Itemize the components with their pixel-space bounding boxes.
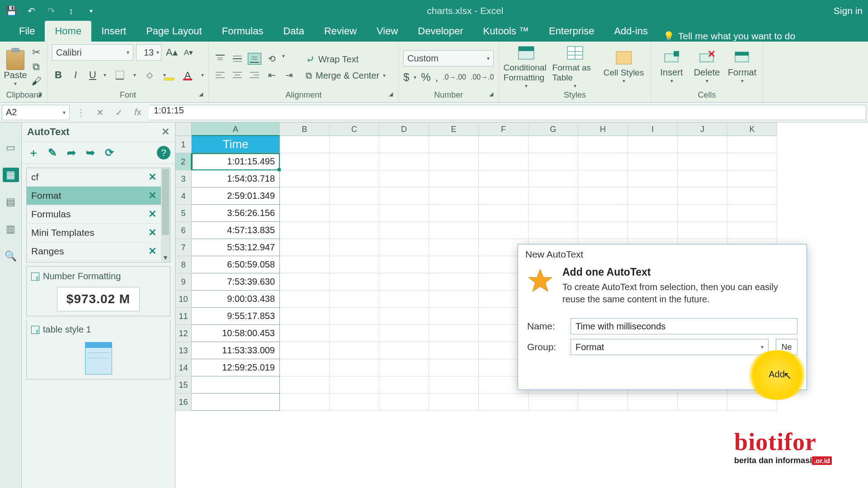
decrease-font-icon[interactable]: A▾ <box>182 48 195 57</box>
cell[interactable] <box>429 291 479 308</box>
cell[interactable] <box>727 222 777 239</box>
row-header[interactable]: 10 <box>175 291 192 308</box>
fill-color-button[interactable]: ◇ <box>141 69 159 81</box>
nav-tab-autotext-icon[interactable]: ▦ <box>3 168 19 182</box>
cell[interactable] <box>330 170 379 188</box>
column-header[interactable]: H <box>578 122 628 136</box>
cell[interactable] <box>727 170 777 188</box>
column-header[interactable]: B <box>280 122 330 136</box>
cell[interactable]: 5:53:12.947 <box>192 239 280 256</box>
cell[interactable] <box>429 153 479 170</box>
help-icon[interactable]: ? <box>157 146 170 160</box>
align-left-icon[interactable] <box>213 69 227 81</box>
nav-tab-find-icon[interactable]: 🔍 <box>3 249 19 263</box>
cell[interactable] <box>678 205 727 222</box>
cell[interactable] <box>429 136 479 153</box>
cell[interactable] <box>192 376 280 394</box>
cell[interactable]: 9:55:17.853 <box>192 308 280 325</box>
cell[interactable] <box>280 222 330 239</box>
cell[interactable] <box>280 342 330 359</box>
tab-review[interactable]: Review <box>314 21 367 42</box>
cell[interactable] <box>528 170 578 188</box>
touch-mode-icon[interactable]: ↕ <box>65 5 77 17</box>
tab-file[interactable]: File <box>9 21 45 42</box>
formula-input[interactable]: 1:01:15 <box>149 105 866 120</box>
dialog-launcher-icon[interactable]: ◢ <box>489 89 493 99</box>
row-header[interactable]: 2 <box>175 153 192 170</box>
wizard-icon[interactable]: ⋮ <box>73 105 89 120</box>
cell[interactable] <box>429 256 479 273</box>
dialog-launcher-icon[interactable]: ◢ <box>38 89 42 99</box>
name-box[interactable]: A2▾ <box>2 105 70 120</box>
tab-kutools[interactable]: Kutools ™ <box>473 21 539 42</box>
cell[interactable] <box>379 239 429 256</box>
cell[interactable] <box>727 153 777 170</box>
cell[interactable] <box>330 376 379 394</box>
cell[interactable] <box>280 256 330 273</box>
cell[interactable]: 11:53:33.009 <box>192 342 280 359</box>
cell[interactable] <box>280 205 330 222</box>
cell[interactable] <box>528 188 578 205</box>
cell[interactable] <box>479 188 528 205</box>
qat-customize-icon[interactable]: ▾ <box>85 5 97 17</box>
column-header[interactable]: A <box>192 122 280 136</box>
column-header[interactable]: G <box>528 122 578 136</box>
edit-autotext-icon[interactable]: ✎ <box>45 145 60 160</box>
cell[interactable]: 3:56:26.156 <box>192 205 280 222</box>
font-color-button[interactable]: A <box>179 69 197 81</box>
cell[interactable] <box>379 291 429 308</box>
italic-button[interactable]: I <box>69 69 82 81</box>
tab-insert[interactable]: Insert <box>91 21 136 42</box>
cell[interactable] <box>280 239 330 256</box>
cell[interactable] <box>727 136 777 153</box>
cell[interactable] <box>280 394 330 411</box>
column-header[interactable]: J <box>678 122 727 136</box>
cell[interactable] <box>379 325 429 342</box>
cell[interactable] <box>330 308 379 325</box>
cell[interactable]: 7:53:39.630 <box>192 273 280 291</box>
cell[interactable] <box>280 359 330 376</box>
increase-font-icon[interactable]: A▴ <box>164 47 179 58</box>
font-size-combo[interactable]: 13▾ <box>136 44 161 61</box>
nav-tab-names-icon[interactable]: ▤ <box>3 195 19 209</box>
group-item-cf[interactable]: cf✕ <box>27 168 161 187</box>
column-header[interactable]: D <box>379 122 429 136</box>
tab-data[interactable]: Data <box>273 21 314 42</box>
cell[interactable] <box>330 273 379 291</box>
decrease-indent-icon[interactable]: ⇤ <box>265 69 278 81</box>
cell[interactable] <box>429 239 479 256</box>
cell[interactable]: 9:00:03.438 <box>192 291 280 308</box>
scroll-down-icon[interactable]: ▼ <box>161 254 170 262</box>
insert-cells-button[interactable]: Insert▾ <box>656 50 688 84</box>
cell[interactable] <box>429 273 479 291</box>
cell[interactable] <box>379 342 429 359</box>
cell[interactable] <box>528 136 578 153</box>
cancel-icon[interactable]: ✕ <box>92 105 108 120</box>
chevron-down-icon[interactable]: ▾ <box>282 53 285 65</box>
nav-tab-columns-icon[interactable]: ▥ <box>3 222 19 236</box>
cell[interactable] <box>280 136 330 153</box>
cell[interactable] <box>628 153 678 170</box>
remove-group-icon[interactable]: ✕ <box>148 227 156 239</box>
row-header[interactable]: 7 <box>175 239 192 256</box>
cell[interactable]: 1:54:03.718 <box>192 170 280 188</box>
refresh-icon[interactable]: ⟳ <box>102 145 117 160</box>
export-autotext-icon[interactable]: ➦ <box>64 145 79 160</box>
cell[interactable] <box>429 222 479 239</box>
wrap-text-button[interactable]: ⤶Wrap Text <box>306 53 386 66</box>
cell[interactable] <box>280 308 330 325</box>
scrollbar[interactable]: ▲ ▼ <box>161 168 170 262</box>
cell[interactable] <box>330 359 379 376</box>
cell[interactable] <box>280 273 330 291</box>
merge-center-button[interactable]: ⧉Merge & Center ▾ <box>306 70 386 81</box>
cell[interactable]: 10:58:00.453 <box>192 325 280 342</box>
cell[interactable] <box>379 136 429 153</box>
group-item-ranges[interactable]: Ranges✕ <box>27 242 161 261</box>
cell[interactable] <box>330 394 379 411</box>
cell[interactable] <box>379 394 429 411</box>
increase-decimal-icon[interactable]: .0→.00 <box>443 73 466 81</box>
dialog-launcher-icon[interactable]: ◢ <box>389 89 393 99</box>
cell[interactable] <box>330 239 379 256</box>
cell[interactable]: 2:59:01.349 <box>192 188 280 205</box>
cell[interactable] <box>192 394 280 411</box>
